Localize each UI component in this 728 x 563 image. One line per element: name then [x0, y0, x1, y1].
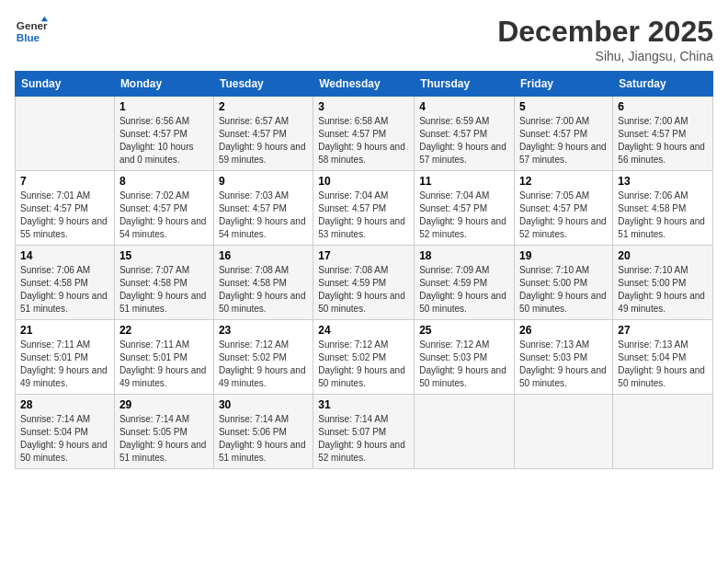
day-number: 11: [419, 175, 509, 188]
sunrise-text: Sunrise: 7:13 AM: [519, 339, 589, 350]
calendar-cell: 28Sunrise: 7:14 AMSunset: 5:04 PMDayligh…: [16, 395, 115, 469]
calendar-cell: 8Sunrise: 7:02 AMSunset: 4:57 PMDaylight…: [114, 171, 213, 246]
daylight-text: Daylight: 9 hours and 52 minutes.: [419, 216, 506, 239]
sunset-text: Sunset: 4:58 PM: [618, 203, 686, 213]
sunrise-text: Sunrise: 6:59 AM: [419, 116, 489, 126]
calendar-cell: 3Sunrise: 6:58 AMSunset: 4:57 PMDaylight…: [313, 97, 415, 171]
sunset-text: Sunset: 4:57 PM: [219, 129, 287, 139]
calendar-cell: [415, 395, 515, 469]
daylight-text: Daylight: 9 hours and 51 minutes.: [618, 216, 705, 239]
day-info: Sunrise: 7:13 AMSunset: 5:04 PMDaylight:…: [618, 339, 708, 390]
sunrise-text: Sunrise: 7:13 AM: [618, 339, 688, 350]
daylight-text: Daylight: 9 hours and 50 minutes.: [219, 291, 306, 314]
day-info: Sunrise: 7:10 AMSunset: 5:00 PMDaylight:…: [519, 264, 608, 316]
day-info: Sunrise: 7:13 AMSunset: 5:03 PMDaylight:…: [519, 339, 608, 390]
daylight-text: Daylight: 9 hours and 50 minutes.: [419, 291, 506, 314]
sunset-text: Sunset: 5:01 PM: [119, 352, 188, 362]
calendar-cell: 11Sunrise: 7:04 AMSunset: 4:57 PMDayligh…: [415, 171, 515, 246]
sunrise-text: Sunrise: 7:00 AM: [618, 116, 688, 126]
weekday-header: Monday: [114, 72, 213, 97]
location: Sihu, Jiangsu, China: [497, 49, 713, 63]
day-number: 22: [119, 324, 209, 337]
sunrise-text: Sunrise: 7:02 AM: [119, 190, 189, 201]
sunset-text: Sunset: 5:03 PM: [419, 352, 487, 362]
day-info: Sunrise: 7:06 AMSunset: 4:58 PMDaylight:…: [20, 264, 109, 316]
calendar-week-row: 14Sunrise: 7:06 AMSunset: 4:58 PMDayligh…: [16, 246, 713, 320]
calendar-cell: 2Sunrise: 6:57 AMSunset: 4:57 PMDaylight…: [213, 97, 313, 171]
calendar-cell: 21Sunrise: 7:11 AMSunset: 5:01 PMDayligh…: [16, 320, 115, 395]
sunset-text: Sunset: 4:58 PM: [219, 278, 287, 288]
sunrise-text: Sunrise: 7:12 AM: [419, 339, 489, 350]
calendar-cell: 6Sunrise: 7:00 AMSunset: 4:57 PMDaylight…: [613, 97, 713, 171]
sunset-text: Sunset: 4:57 PM: [419, 129, 487, 139]
sunset-text: Sunset: 4:57 PM: [20, 203, 88, 213]
calendar-cell: 24Sunrise: 7:12 AMSunset: 5:02 PMDayligh…: [313, 320, 415, 395]
day-info: Sunrise: 7:06 AMSunset: 4:58 PMDaylight:…: [618, 190, 708, 241]
sunset-text: Sunset: 5:05 PM: [119, 427, 188, 437]
weekday-header: Sunday: [16, 72, 115, 97]
sunset-text: Sunset: 4:57 PM: [219, 203, 287, 213]
calendar-cell: 10Sunrise: 7:04 AMSunset: 4:57 PMDayligh…: [313, 171, 415, 246]
calendar-cell: 4Sunrise: 6:59 AMSunset: 4:57 PMDaylight…: [415, 97, 515, 171]
day-info: Sunrise: 6:57 AMSunset: 4:57 PMDaylight:…: [219, 115, 308, 167]
day-number: 10: [318, 175, 409, 188]
day-info: Sunrise: 7:12 AMSunset: 5:03 PMDaylight:…: [419, 339, 509, 390]
weekday-header: Wednesday: [313, 72, 415, 97]
day-number: 27: [618, 324, 708, 337]
calendar-cell: 5Sunrise: 7:00 AMSunset: 4:57 PMDaylight…: [515, 97, 613, 171]
day-number: 30: [219, 398, 308, 411]
sunrise-text: Sunrise: 7:11 AM: [20, 339, 90, 350]
sunset-text: Sunset: 5:01 PM: [20, 352, 88, 362]
day-number: 7: [20, 175, 109, 188]
daylight-text: Daylight: 9 hours and 57 minutes.: [519, 142, 607, 165]
day-info: Sunrise: 7:00 AMSunset: 4:57 PMDaylight:…: [618, 115, 708, 167]
title-block: December 2025 Sihu, Jiangsu, China: [497, 15, 713, 63]
day-info: Sunrise: 7:12 AMSunset: 5:02 PMDaylight:…: [219, 339, 308, 390]
calendar-cell: 13Sunrise: 7:06 AMSunset: 4:58 PMDayligh…: [613, 171, 713, 246]
day-number: 28: [20, 398, 109, 411]
calendar-cell: 22Sunrise: 7:11 AMSunset: 5:01 PMDayligh…: [114, 320, 213, 395]
sunrise-text: Sunrise: 7:00 AM: [519, 116, 589, 126]
day-info: Sunrise: 7:08 AMSunset: 4:59 PMDaylight:…: [318, 264, 409, 316]
calendar-cell: 16Sunrise: 7:08 AMSunset: 4:58 PMDayligh…: [213, 246, 313, 320]
day-number: 12: [519, 175, 608, 188]
day-number: 1: [119, 100, 209, 113]
sunset-text: Sunset: 5:00 PM: [618, 278, 686, 288]
day-info: Sunrise: 7:05 AMSunset: 4:57 PMDaylight:…: [519, 190, 608, 241]
sunset-text: Sunset: 5:06 PM: [219, 427, 287, 437]
day-info: Sunrise: 7:04 AMSunset: 4:57 PMDaylight:…: [318, 190, 409, 241]
sunset-text: Sunset: 5:02 PM: [318, 352, 386, 362]
month-title: December 2025: [497, 15, 713, 49]
daylight-text: Daylight: 9 hours and 51 minutes.: [219, 440, 306, 463]
day-number: 9: [219, 175, 308, 188]
daylight-text: Daylight: 9 hours and 54 minutes.: [119, 216, 207, 239]
daylight-text: Daylight: 9 hours and 50 minutes.: [318, 291, 405, 314]
day-info: Sunrise: 6:59 AMSunset: 4:57 PMDaylight:…: [419, 115, 509, 167]
daylight-text: Daylight: 9 hours and 52 minutes.: [519, 216, 607, 239]
calendar-cell: 1Sunrise: 6:56 AMSunset: 4:57 PMDaylight…: [114, 97, 213, 171]
daylight-text: Daylight: 9 hours and 51 minutes.: [119, 440, 207, 463]
calendar-cell: 7Sunrise: 7:01 AMSunset: 4:57 PMDaylight…: [16, 171, 115, 246]
sunset-text: Sunset: 5:03 PM: [519, 352, 587, 362]
sunrise-text: Sunrise: 6:56 AM: [119, 116, 189, 126]
sunset-text: Sunset: 4:57 PM: [119, 203, 188, 213]
logo-icon: General Blue: [15, 15, 48, 48]
sunrise-text: Sunrise: 7:08 AM: [219, 265, 289, 275]
sunrise-text: Sunrise: 7:08 AM: [318, 265, 388, 275]
day-number: 18: [419, 249, 509, 262]
day-number: 26: [519, 324, 608, 337]
weekday-header: Friday: [515, 72, 613, 97]
calendar-cell: 27Sunrise: 7:13 AMSunset: 5:04 PMDayligh…: [613, 320, 713, 395]
day-number: 5: [519, 100, 608, 113]
sunrise-text: Sunrise: 7:06 AM: [618, 190, 688, 201]
calendar-cell: 19Sunrise: 7:10 AMSunset: 5:00 PMDayligh…: [515, 246, 613, 320]
calendar-cell: [613, 395, 713, 469]
sunrise-text: Sunrise: 7:06 AM: [20, 265, 90, 275]
day-info: Sunrise: 7:00 AMSunset: 4:57 PMDaylight:…: [519, 115, 608, 167]
calendar-week-row: 21Sunrise: 7:11 AMSunset: 5:01 PMDayligh…: [16, 320, 713, 395]
weekday-header: Thursday: [415, 72, 515, 97]
calendar-table: SundayMondayTuesdayWednesdayThursdayFrid…: [15, 71, 713, 469]
sunrise-text: Sunrise: 7:14 AM: [318, 414, 388, 424]
calendar-cell: 12Sunrise: 7:05 AMSunset: 4:57 PMDayligh…: [515, 171, 613, 246]
sunrise-text: Sunrise: 7:05 AM: [519, 190, 589, 201]
